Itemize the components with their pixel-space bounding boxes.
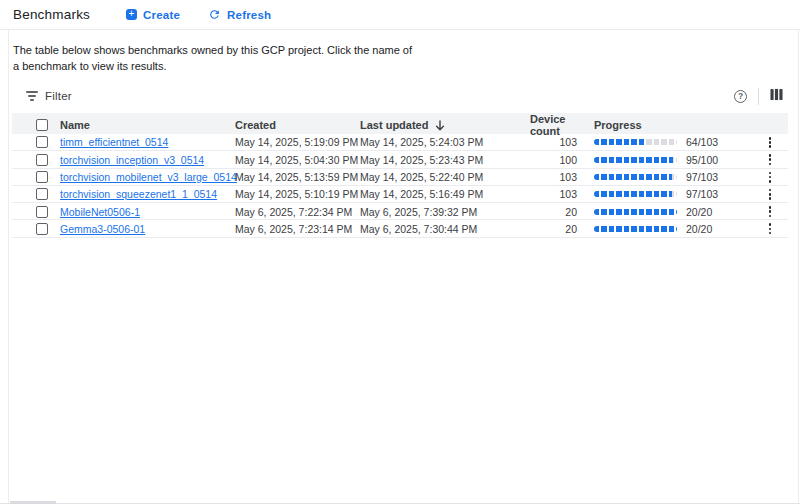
window-right-edge — [798, 0, 799, 504]
device-count-cell: 103 — [559, 171, 592, 183]
page-description: The table below shows benchmarks owned b… — [13, 42, 800, 74]
refresh-icon — [208, 8, 221, 21]
last-updated-cell: May 6, 2025, 7:30:44 PM — [360, 223, 530, 235]
description-line-1: The table below shows benchmarks owned b… — [13, 42, 800, 58]
created-cell: May 14, 2025, 5:13:59 PM — [235, 171, 360, 183]
kebab-menu-icon[interactable] — [764, 220, 777, 237]
filter-button[interactable]: Filter — [25, 90, 72, 102]
device-count-cell: 103 — [559, 188, 592, 200]
benchmark-name-link[interactable]: torchvision_mobilenet_v3_large_0514 — [60, 171, 237, 183]
benchmark-name-cell: torchvision_mobilenet_v3_large_0514 — [60, 171, 235, 183]
table-row: torchvision_squeezenet1_1_0514 May 14, 2… — [12, 186, 788, 203]
progress-cell: 97/103 — [592, 171, 752, 183]
last-updated-cell: May 14, 2025, 5:16:49 PM — [360, 188, 530, 200]
device-count-cell: 20 — [565, 223, 592, 235]
table-row: torchvision_mobilenet_v3_large_0514 May … — [12, 169, 788, 186]
row-checkbox-cell — [12, 171, 60, 183]
table-body: timm_efficientnet_0514 May 14, 2025, 5:1… — [12, 134, 788, 238]
last-updated-cell: May 6, 2025, 7:39:32 PM — [360, 206, 530, 218]
kebab-menu-icon[interactable] — [764, 151, 777, 168]
row-checkbox[interactable] — [36, 154, 48, 166]
device-count-cell: 20 — [565, 206, 592, 218]
filter-list-icon — [25, 91, 38, 101]
progress-cell: 20/20 — [592, 206, 752, 218]
benchmark-name-cell: timm_efficientnet_0514 — [60, 136, 235, 148]
row-checkbox[interactable] — [36, 223, 48, 235]
table-row: Gemma3-0506-01 May 6, 2025, 7:23:14 PM M… — [12, 220, 788, 237]
progress-bar — [594, 174, 677, 180]
created-cell: May 14, 2025, 5:19:09 PM — [235, 136, 360, 148]
progress-label: 97/103 — [686, 188, 718, 200]
row-checkbox-cell — [12, 223, 60, 235]
progress-label: 20/20 — [686, 206, 712, 218]
progress-label: 97/103 — [686, 171, 718, 183]
progress-bar — [594, 191, 677, 197]
select-all-checkbox[interactable] — [36, 119, 48, 131]
table-row: timm_efficientnet_0514 May 14, 2025, 5:1… — [12, 134, 788, 151]
progress-bar — [594, 226, 677, 232]
benchmark-name-cell: Gemma3-0506-01 — [60, 223, 235, 235]
last-updated-cell: May 14, 2025, 5:23:43 PM — [360, 154, 530, 166]
created-cell: May 14, 2025, 5:10:19 PM — [235, 188, 360, 200]
device-count-cell: 103 — [559, 136, 592, 148]
table-header-row: Name Created Last updated Device count P… — [12, 113, 788, 134]
benchmark-name-link[interactable]: Gemma3-0506-01 — [60, 223, 145, 235]
benchmark-name-link[interactable]: torchvision_inception_v3_0514 — [60, 154, 204, 166]
column-header-last-updated[interactable]: Last updated — [360, 119, 530, 131]
table-row: torchvision_inception_v3_0514 May 14, 20… — [12, 151, 788, 168]
header-checkbox-cell — [12, 119, 60, 131]
row-checkbox[interactable] — [36, 136, 48, 148]
progress-bar — [594, 209, 677, 215]
row-checkbox-cell — [12, 188, 60, 200]
created-cell: May 6, 2025, 7:22:34 PM — [235, 206, 360, 218]
created-cell: May 14, 2025, 5:04:30 PM — [235, 154, 360, 166]
table-toolbar: Filter ? — [0, 83, 800, 109]
benchmark-name-cell: torchvision_squeezenet1_1_0514 — [60, 188, 235, 200]
description-line-2: a benchmark to view its results. — [13, 58, 800, 74]
create-button[interactable]: + Create — [126, 9, 180, 21]
benchmark-name-link[interactable]: timm_efficientnet_0514 — [60, 136, 168, 148]
progress-cell: 95/100 — [592, 154, 752, 166]
row-checkbox-cell — [12, 206, 60, 218]
column-header-progress[interactable]: Progress — [592, 119, 752, 131]
create-button-label: Create — [143, 9, 180, 21]
row-checkbox-cell — [12, 136, 60, 148]
last-updated-cell: May 14, 2025, 5:22:40 PM — [360, 171, 530, 183]
progress-cell: 97/103 — [592, 188, 752, 200]
row-checkbox[interactable] — [36, 188, 48, 200]
column-header-created[interactable]: Created — [235, 119, 360, 131]
progress-label: 20/20 — [686, 223, 712, 235]
plus-square-icon: + — [126, 9, 137, 20]
column-header-device-count[interactable]: Device count — [530, 113, 592, 137]
window-left-edge — [8, 0, 9, 504]
last-updated-cell: May 14, 2025, 5:24:03 PM — [360, 136, 530, 148]
page-header: Benchmarks + Create Refresh — [0, 0, 800, 30]
progress-cell: 64/103 — [592, 136, 752, 148]
benchmark-name-link[interactable]: torchvision_squeezenet1_1_0514 — [60, 188, 217, 200]
row-checkbox[interactable] — [36, 206, 48, 218]
kebab-menu-icon[interactable] — [764, 134, 777, 151]
row-checkbox-cell — [12, 154, 60, 166]
progress-bar — [594, 139, 677, 145]
column-display-icon[interactable] — [770, 87, 783, 105]
kebab-menu-icon[interactable] — [764, 186, 777, 203]
refresh-button[interactable]: Refresh — [208, 8, 271, 21]
progress-label: 64/103 — [686, 136, 718, 148]
progress-label: 95/100 — [686, 154, 718, 166]
kebab-menu-icon[interactable] — [764, 203, 777, 220]
arrow-down-icon — [435, 120, 445, 131]
created-cell: May 6, 2025, 7:23:14 PM — [235, 223, 360, 235]
kebab-menu-icon[interactable] — [764, 169, 777, 186]
column-header-name[interactable]: Name — [60, 119, 235, 131]
row-checkbox[interactable] — [36, 171, 48, 183]
progress-cell: 20/20 — [592, 223, 752, 235]
table-row: MobileNet0506-1 May 6, 2025, 7:22:34 PM … — [12, 203, 788, 220]
benchmark-name-link[interactable]: MobileNet0506-1 — [60, 206, 140, 218]
header-actions: + Create Refresh — [126, 8, 271, 21]
filter-label: Filter — [45, 90, 72, 102]
toolbar-right-actions: ? — [734, 87, 783, 105]
device-count-cell: 100 — [559, 154, 592, 166]
page-title: Benchmarks — [13, 7, 90, 22]
question-circle-icon[interactable]: ? — [734, 90, 747, 103]
refresh-button-label: Refresh — [227, 9, 271, 21]
